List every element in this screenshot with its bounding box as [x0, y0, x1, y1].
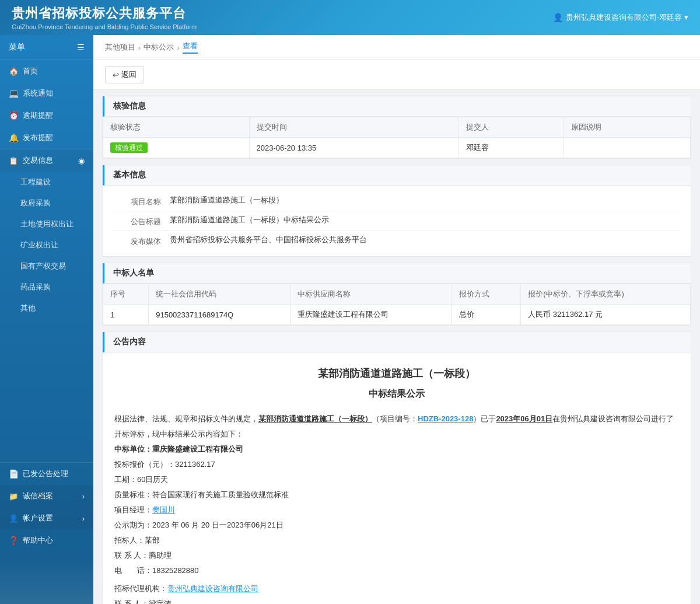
sidebar-published-label: 已发公告处理: [23, 469, 68, 479]
body-container: 菜单 ☰ 🏠 首页 💻 系统通知 ⏰ 逾期提醒 🔔 发布提醒 📋 交易信息: [0, 35, 700, 604]
sidebar-item-help[interactable]: ❓ 帮助中心: [0, 529, 93, 551]
verify-person-cell: 邓廷容: [459, 138, 564, 158]
sidebar-group-trade-header[interactable]: 📋 交易信息 ◉: [0, 149, 93, 172]
notice-date: 2023年06月01日: [496, 414, 552, 423]
notice-project-code[interactable]: HDZB-2023-128: [418, 414, 473, 423]
toolbar: ↩ 返回: [93, 60, 700, 90]
sidebar-item-gov-purchase[interactable]: 政府采购: [0, 193, 93, 214]
sidebar-item-state-assets[interactable]: 国有产权交易: [0, 256, 93, 277]
winner-col-company: 中标供应商名称: [290, 284, 452, 305]
sidebar-item-drug-purchase[interactable]: 药品采购: [0, 277, 93, 298]
sidebar-group-left: 📋 交易信息: [9, 155, 53, 166]
notice-tenderer: 招标人：某部: [114, 533, 679, 548]
sidebar-item-land-transfer[interactable]: 土地使用权出让: [0, 214, 93, 235]
notice-phone1: 电 话：18325282880: [114, 563, 679, 578]
winner-col-credit: 统一社会信用代码: [149, 284, 290, 305]
chevron-right-icon2: ›: [82, 514, 85, 523]
winner-quote-price: 人民币 3211362.17 元: [521, 305, 691, 325]
sidebar-sys-notify-label: 系统通知: [23, 88, 53, 99]
sidebar-account-left: 👤 帐户设置: [9, 513, 53, 523]
clock-icon: ⏰: [9, 111, 18, 120]
sidebar-home-label: 首页: [23, 66, 38, 76]
menu-label: 菜单: [9, 42, 25, 53]
verification-table: 核验状态 提交时间 提交人 原因说明 核验通过 2023-06-20 13:35: [103, 117, 691, 158]
platform-title: 贵州省招标投标公共服务平台: [12, 5, 197, 22]
sidebar-image: [0, 557, 93, 604]
verification-section-header: 核验信息: [103, 96, 691, 117]
basic-info-section: 基本信息 项目名称 某部消防通道道路施工（一标段） 公告标题 某部消防通道道路施…: [102, 165, 691, 257]
notice-manager: 项目经理：樊国川: [114, 502, 679, 518]
return-button[interactable]: ↩ 返回: [105, 66, 144, 83]
notice-main-title: 某部消防通道道路施工（一标段）: [114, 364, 679, 383]
trade-icon: 📋: [9, 156, 18, 165]
breadcrumb-item-2[interactable]: 中标公示: [144, 42, 174, 53]
verification-row: 核验通过 2023-06-20 13:35 邓廷容: [103, 138, 691, 158]
return-label: 返回: [121, 69, 136, 80]
notice-body-text: 根据法律、法规、规章和招标文件的规定，某部消防通道道路施工（一标段）（项目编号：…: [114, 411, 679, 604]
verify-time-cell: 2023-06-20 13:35: [249, 138, 459, 158]
sidebar-item-published[interactable]: 📄 已发公告处理: [0, 463, 93, 485]
sidebar-item-home[interactable]: 🏠 首页: [0, 60, 93, 82]
notice-agent-link[interactable]: 贵州弘典建设咨询有限公司: [167, 584, 258, 593]
sidebar-item-overdue-remind[interactable]: ⏰ 逾期提醒: [0, 104, 93, 127]
winner-col-quote-price: 报价(中标价、下浮率或竞率): [521, 284, 691, 305]
sidebar-help-label: 帮助中心: [23, 535, 53, 546]
winner-section-header: 中标人名单: [103, 263, 691, 284]
winner-table: 序号 统一社会信用代码 中标供应商名称 报价方式 报价(中标价、下浮率或竞率) …: [103, 284, 691, 325]
sidebar-credit-left: 📁 诚信档案: [9, 491, 53, 501]
sidebar-item-engineering[interactable]: 工程建设: [0, 172, 93, 193]
menu-hamburger-icon[interactable]: ☰: [77, 43, 85, 52]
sidebar-item-mineral-rights[interactable]: 矿业权出让: [0, 235, 93, 256]
sidebar-credit-file[interactable]: 📁 诚信档案 ›: [0, 485, 93, 507]
winner-seq: 1: [103, 305, 149, 325]
notice-quality: 质量标准：符合国家现行有关施工质量验收规范标准: [114, 487, 679, 502]
sidebar-overdue-label: 逾期提醒: [23, 110, 53, 121]
notice-section-header: 公告内容: [103, 332, 691, 352]
sidebar-menu-header: 菜单 ☰: [0, 35, 93, 60]
doc-icon: 📄: [9, 469, 18, 479]
user-icon: 👤: [553, 13, 563, 22]
notice-agent: 招标代理机构：贵州弘典建设咨询有限公司: [114, 581, 679, 596]
notice-bid-price: 投标报价（元）：3211362.17: [114, 457, 679, 472]
person-icon: 👤: [9, 514, 18, 523]
basic-info-section-header: 基本信息: [103, 165, 691, 186]
verify-reason-cell: [564, 138, 691, 158]
breadcrumb: 其他项目 › 中标公示 › 查看: [93, 35, 700, 60]
winner-row: 1 91500233711689174Q 重庆隆盛建设工程有限公司 总价 人民币…: [103, 305, 691, 325]
header: 贵州省招标投标公共服务平台 GuiZhou Province Tendering…: [0, 0, 700, 35]
sidebar-item-sys-notify[interactable]: 💻 系统通知: [0, 82, 93, 104]
winner-section: 中标人名单 序号 统一社会信用代码 中标供应商名称 报价方式 报价(中标价、下浮…: [102, 263, 691, 326]
monitor-icon: 💻: [9, 89, 18, 98]
home-icon: 🏠: [9, 67, 18, 76]
notice-body: 某部消防通道道路施工（一标段） 中标结果公示 根据法律、法规、规章和招标文件的规…: [103, 352, 691, 604]
header-left: 贵州省招标投标公共服务平台 GuiZhou Province Tendering…: [12, 5, 197, 30]
form-label-notice-title: 公告标题: [111, 215, 170, 227]
user-info[interactable]: 👤 贵州弘典建设咨询有限公司-邓廷容 ▾: [553, 12, 688, 23]
notice-period: 工期：60日历天: [114, 472, 679, 487]
chevron-right-icon: ›: [82, 492, 85, 501]
notice-intro-para: 根据法律、法规、规章和招标文件的规定，某部消防通道道路施工（一标段）（项目编号：…: [114, 411, 679, 442]
verify-status-cell: 核验通过: [103, 138, 250, 158]
form-row-notice-title: 公告标题 某部消防通道道路施工（一标段）中标结果公示: [111, 211, 682, 231]
winner-col-seq: 序号: [103, 284, 149, 305]
form-label-media: 发布媒体: [111, 235, 170, 247]
sidebar: 菜单 ☰ 🏠 首页 💻 系统通知 ⏰ 逾期提醒 🔔 发布提醒 📋 交易信息: [0, 35, 93, 604]
return-icon: ↩: [113, 71, 119, 79]
winner-quote-method: 总价: [452, 305, 521, 325]
form-value-project-name: 某部消防通道道路施工（一标段）: [170, 195, 682, 205]
chevron-icon: ◉: [78, 156, 85, 165]
verification-table-wrapper: 核验状态 提交时间 提交人 原因说明 核验通过 2023-06-20 13:35: [103, 117, 691, 158]
breadcrumb-current: 查看: [183, 41, 198, 54]
verify-col-status: 核验状态: [103, 117, 250, 138]
sidebar-item-publish-remind[interactable]: 🔔 发布提醒: [0, 127, 93, 149]
verify-col-reason: 原因说明: [564, 117, 691, 138]
notice-winner-unit: 中标单位：重庆隆盛建设工程有限公司: [114, 442, 679, 457]
sidebar-bottom: 📄 已发公告处理 📁 诚信档案 › 👤 帐户设置 › ❓ 帮助中心: [0, 462, 93, 551]
winner-col-quote-method: 报价方式: [452, 284, 521, 305]
form-value-notice-title: 某部消防通道道路施工（一标段）中标结果公示: [170, 215, 682, 225]
sidebar-item-others[interactable]: 其他: [0, 298, 93, 319]
notice-manager-link[interactable]: 樊国川: [152, 505, 175, 514]
notice-contact2: 联 系 人：梁宇涛: [114, 596, 679, 604]
sidebar-account-settings[interactable]: 👤 帐户设置 ›: [0, 507, 93, 529]
breadcrumb-item-1[interactable]: 其他项目: [105, 42, 135, 53]
